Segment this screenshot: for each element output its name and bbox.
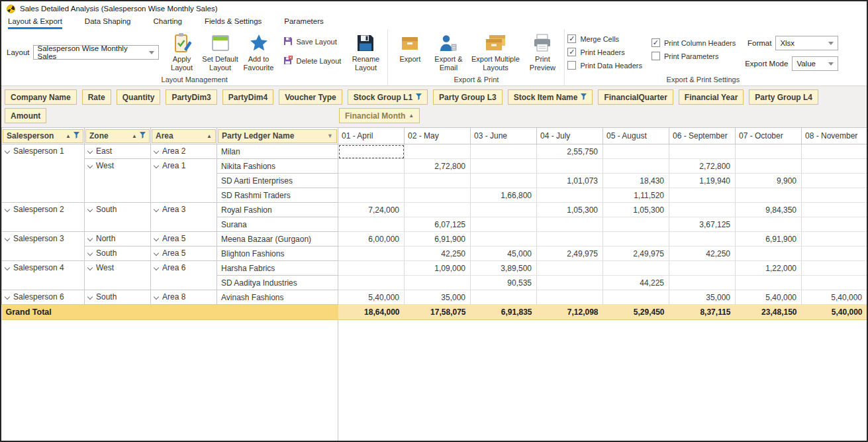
value-cell[interactable]: 5,40,000: [338, 290, 405, 305]
value-cell[interactable]: 7,24,000: [338, 203, 405, 217]
value-cell[interactable]: [405, 276, 471, 290]
value-cell[interactable]: [537, 188, 603, 203]
value-cell[interactable]: [405, 144, 471, 159]
field-chip-quantity[interactable]: Quantity: [117, 89, 161, 105]
value-cell[interactable]: 9,900: [736, 174, 802, 188]
tab-data-shaping[interactable]: Data Shaping: [85, 17, 131, 29]
value-cell[interactable]: [338, 276, 405, 290]
value-cell[interactable]: [603, 159, 669, 174]
value-cell[interactable]: [802, 203, 867, 217]
collapse-chevron-icon[interactable]: [154, 236, 159, 241]
month-header-03-june[interactable]: 03 - June: [471, 128, 537, 144]
tab-fields-settings[interactable]: Fields & Settings: [205, 17, 262, 29]
field-chip-partydim4[interactable]: PartyDim4: [222, 89, 273, 105]
unchecked-checkbox-icon[interactable]: [651, 52, 660, 60]
filter-funnel-icon[interactable]: [73, 131, 79, 140]
value-cell[interactable]: 1,05,300: [603, 203, 669, 217]
value-cell[interactable]: 2,72,800: [669, 159, 736, 174]
collapse-chevron-icon[interactable]: [154, 207, 159, 212]
value-cell[interactable]: [471, 174, 537, 188]
value-cell[interactable]: [669, 203, 736, 217]
collapse-chevron-icon[interactable]: [5, 148, 10, 154]
field-chip-financial-year[interactable]: Financial Year: [679, 89, 744, 105]
export-mode-dropdown[interactable]: Value: [792, 56, 838, 71]
print-preview-button[interactable]: Print Preview: [523, 29, 561, 72]
month-header-06-september[interactable]: 06 - September: [669, 128, 736, 144]
value-cell[interactable]: 5,40,000: [802, 290, 867, 305]
month-header-04-july[interactable]: 04 - July: [537, 128, 603, 144]
month-header-02-may[interactable]: 02 - May: [405, 128, 471, 144]
value-cell[interactable]: [669, 144, 736, 159]
value-cell[interactable]: [802, 159, 867, 174]
value-cell[interactable]: 1,09,000: [405, 261, 471, 276]
area-cell-area-2[interactable]: Area 2: [151, 144, 217, 159]
zone-cell-east[interactable]: East: [85, 144, 151, 159]
salesperson-cell-salesperson-6[interactable]: Salesperson 6: [2, 290, 85, 305]
collapse-chevron-icon[interactable]: [87, 236, 93, 241]
collapse-chevron-icon[interactable]: [154, 265, 159, 270]
collapse-chevron-icon[interactable]: [87, 250, 93, 256]
field-chip-stock-item-name[interactable]: Stock Item Name: [508, 89, 593, 105]
apply-layout-button[interactable]: Apply Layout: [163, 29, 201, 72]
zone-cell-south[interactable]: South: [85, 290, 151, 305]
save-layout-button[interactable]: Save Layout: [283, 36, 342, 47]
value-cell[interactable]: 44,225: [603, 276, 669, 290]
checked-checkbox-icon[interactable]: ✓: [567, 34, 576, 43]
field-chip-partydim3[interactable]: PartyDim3: [166, 89, 217, 105]
area-cell-area-5[interactable]: Area 5: [151, 232, 217, 247]
value-cell[interactable]: 2,72,800: [405, 159, 471, 174]
value-cell[interactable]: 3,89,500: [471, 261, 537, 276]
value-cell[interactable]: 18,430: [603, 174, 669, 188]
value-cell[interactable]: [405, 188, 471, 203]
collapse-chevron-icon[interactable]: [154, 163, 159, 168]
unchecked-checkbox-icon[interactable]: [567, 61, 576, 70]
value-cell[interactable]: [537, 232, 603, 247]
value-cell[interactable]: [802, 217, 867, 232]
value-cell[interactable]: [471, 232, 537, 247]
value-cell[interactable]: 1,22,000: [736, 261, 802, 276]
collapse-chevron-icon[interactable]: [5, 207, 10, 212]
value-cell[interactable]: [736, 247, 802, 261]
row-field-chip-party-ledger-name[interactable]: Party Ledger Name▼: [218, 129, 337, 143]
field-chip-stock-group-l1[interactable]: Stock Group L1: [348, 89, 428, 105]
value-cell[interactable]: [802, 232, 867, 247]
value-cell[interactable]: [603, 217, 669, 232]
delete-layout-button[interactable]: Delete Layout: [283, 56, 342, 66]
month-header-08-november[interactable]: 08 - November: [802, 128, 867, 144]
party-ledger-cell-sd-aaditya-industries[interactable]: SD Aaditya Industries: [217, 276, 338, 290]
month-header-07-october[interactable]: 07 - October: [736, 128, 802, 144]
tab-charting[interactable]: Charting: [154, 17, 182, 29]
field-chip-company-name[interactable]: Company Name: [5, 89, 77, 105]
checkbox-merge-cells[interactable]: ✓Merge Cells: [567, 34, 642, 43]
value-cell[interactable]: 1,05,300: [537, 203, 603, 217]
area-cell-area-1[interactable]: Area 1: [151, 159, 217, 203]
collapse-chevron-icon[interactable]: [154, 294, 159, 300]
field-chip-rate[interactable]: Rate: [82, 89, 111, 105]
party-ledger-cell-blighton-fashions[interactable]: Blighton Fashions: [217, 247, 338, 261]
value-cell[interactable]: [471, 144, 537, 159]
row-field-chip-zone[interactable]: Zone▲: [85, 129, 150, 143]
collapse-chevron-icon[interactable]: [87, 163, 93, 168]
area-cell-area-3[interactable]: Area 3: [151, 203, 217, 232]
value-cell[interactable]: 42,250: [669, 247, 736, 261]
party-ledger-cell-nikita-fashions[interactable]: Nikita Fashions: [217, 159, 338, 174]
field-chip-voucher-type[interactable]: Voucher Type: [279, 89, 342, 105]
value-cell[interactable]: 6,91,900: [736, 232, 802, 247]
sort-ascending-icon[interactable]: ▲: [207, 133, 212, 139]
value-cell[interactable]: [802, 144, 867, 159]
salesperson-cell-salesperson-3[interactable]: Salesperson 3: [2, 232, 85, 261]
checked-checkbox-icon[interactable]: ✓: [567, 48, 576, 56]
collapse-chevron-icon[interactable]: [5, 265, 10, 270]
value-cell[interactable]: [537, 276, 603, 290]
value-cell[interactable]: [537, 159, 603, 174]
collapse-chevron-icon[interactable]: [87, 294, 93, 300]
value-cell[interactable]: 2,49,975: [537, 247, 603, 261]
collapse-chevron-icon[interactable]: [154, 250, 159, 256]
export-email-button[interactable]: Export & Email: [429, 29, 467, 72]
value-cell[interactable]: 1,11,520: [603, 188, 669, 203]
value-cell[interactable]: [338, 188, 405, 203]
value-cell[interactable]: 35,000: [669, 290, 736, 305]
tab-layout-export[interactable]: Layout & Export: [8, 17, 62, 29]
layout-dropdown[interactable]: Salesperson Wise Monthly Sales: [33, 45, 159, 60]
value-cell[interactable]: [669, 188, 736, 203]
